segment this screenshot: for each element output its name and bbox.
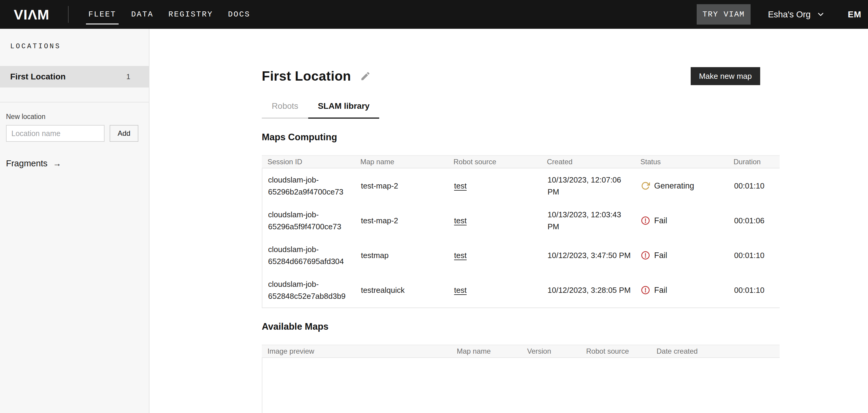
tab-bar: Robots SLAM library: [262, 101, 780, 119]
org-name: Esha's Org: [768, 9, 811, 20]
try-viam-button[interactable]: TRY VIAM: [697, 4, 751, 25]
col-robot-source: Robot source: [448, 158, 541, 166]
user-avatar[interactable]: EM: [848, 9, 862, 20]
tab-robots[interactable]: Robots: [262, 101, 308, 119]
cell-session-id: cloudslam-job-65284d667695afd304: [262, 243, 355, 267]
nav-item-registry[interactable]: REGISTRY: [168, 0, 213, 29]
table-row: cloudslam-job-65296a5f9f4700ce73 test-ma…: [262, 203, 780, 238]
alert-circle-icon: [641, 216, 650, 225]
robot-source-link[interactable]: test: [454, 216, 467, 225]
viam-logo[interactable]: VIΛM: [14, 6, 50, 23]
robot-source-link[interactable]: test: [454, 181, 467, 190]
primary-nav: FLEET DATA REGISTRY DOCS: [88, 0, 250, 29]
add-location-button[interactable]: Add: [110, 125, 138, 142]
cell-created: 10/12/2023, 3:28:05 PM: [548, 284, 631, 296]
col-robot-source: Robot source: [581, 347, 651, 355]
title-row: First Location Make new map: [262, 67, 780, 85]
tab-slam-library[interactable]: SLAM library: [308, 101, 379, 119]
maps-computing-table: Session ID Map name Robot source Created…: [262, 155, 780, 308]
table-row: cloudslam-job-65296b2a9f4700ce73 test-ma…: [262, 169, 780, 203]
nav-left: VIΛM FLEET DATA REGISTRY DOCS: [0, 0, 250, 29]
locations-sidebar: LOCATIONS First Location 1 New location …: [0, 29, 150, 413]
col-status: Status: [635, 158, 728, 166]
cell-map-name: testmap: [355, 249, 448, 261]
fragments-link[interactable]: Fragments →: [6, 158, 61, 169]
edit-location-name-button[interactable]: [360, 71, 371, 82]
robot-source-link[interactable]: test: [454, 251, 467, 260]
chevron-down-icon: [816, 10, 825, 19]
nav-divider: [68, 6, 69, 23]
col-image-preview: Image preview: [262, 347, 451, 355]
col-version: Version: [522, 347, 581, 355]
status-label: Fail: [654, 249, 667, 261]
cell-map-name: test-map-2: [355, 180, 448, 192]
status-label: Fail: [654, 215, 667, 227]
location-name: First Location: [10, 72, 66, 82]
maps-computing-heading: Maps Computing: [262, 132, 780, 143]
maps-computing-body: cloudslam-job-65296b2a9f4700ce73 test-ma…: [262, 169, 780, 308]
sidebar-divider: [0, 102, 149, 102]
col-duration: Duration: [728, 158, 780, 166]
robot-source-link[interactable]: test: [454, 286, 467, 295]
col-session-id: Session ID: [262, 158, 354, 166]
table-row: cloudslam-job-65284d667695afd304 testmap…: [262, 238, 780, 273]
cell-created: 10/12/2023, 3:47:50 PM: [548, 249, 631, 261]
top-nav: VIΛM FLEET DATA REGISTRY DOCS TRY VIAM E…: [0, 0, 868, 29]
col-map-name: Map name: [354, 158, 448, 166]
cell-map-name: testrealquick: [355, 284, 448, 296]
cell-session-id: cloudslam-job-652848c52e7ab8d3b9: [262, 278, 355, 302]
cell-session-id: cloudslam-job-65296b2a9f4700ce73: [262, 174, 355, 198]
cell-duration: 00:01:10: [728, 180, 780, 192]
page-title: First Location: [262, 69, 351, 84]
col-date-created: Date created: [651, 347, 780, 355]
refresh-icon: [641, 181, 650, 190]
sidebar-item-first-location[interactable]: First Location 1: [0, 66, 149, 88]
location-name-input[interactable]: [6, 125, 104, 142]
nav-right: TRY VIAM Esha's Org EM: [697, 4, 868, 25]
cell-created: 10/13/2023, 12:07:06 PM: [548, 174, 633, 198]
new-location-form: New location Add: [6, 113, 149, 142]
available-maps-header-row: Image preview Map name Version Robot sou…: [262, 345, 780, 358]
cell-created: 10/13/2023, 12:03:43 PM: [548, 209, 633, 233]
arrow-right-icon: →: [53, 159, 61, 169]
new-location-label: New location: [6, 113, 149, 121]
location-robot-count: 1: [126, 72, 130, 81]
cell-session-id: cloudslam-job-65296a5f9f4700ce73: [262, 209, 355, 233]
org-switcher[interactable]: Esha's Org: [768, 9, 825, 20]
status-label: Fail: [654, 284, 667, 296]
available-maps-table: Image preview Map name Version Robot sou…: [262, 345, 780, 413]
pencil-icon: [360, 71, 371, 82]
available-maps-heading: Available Maps: [262, 321, 780, 332]
alert-circle-icon: [641, 251, 650, 260]
locations-heading: LOCATIONS: [10, 42, 149, 50]
make-new-map-button[interactable]: Make new map: [691, 67, 760, 85]
col-created: Created: [541, 158, 635, 166]
maps-computing-header-row: Session ID Map name Robot source Created…: [262, 155, 780, 169]
fragments-label: Fragments: [6, 158, 48, 169]
status-label: Generating: [654, 180, 694, 192]
available-maps-empty-body: [262, 358, 780, 413]
cell-duration: 00:01:10: [728, 249, 780, 261]
nav-item-data[interactable]: DATA: [131, 0, 153, 29]
col-map-name: Map name: [451, 347, 522, 355]
cell-duration: 00:01:06: [728, 215, 780, 227]
table-row: cloudslam-job-652848c52e7ab8d3b9 testrea…: [262, 273, 780, 307]
cell-map-name: test-map-2: [355, 215, 448, 227]
alert-circle-icon: [641, 286, 650, 295]
nav-item-fleet[interactable]: FLEET: [88, 0, 116, 29]
cell-duration: 00:01:10: [728, 284, 780, 296]
main-content: First Location Make new map Robots SLAM …: [150, 29, 868, 413]
nav-item-docs[interactable]: DOCS: [228, 0, 250, 29]
